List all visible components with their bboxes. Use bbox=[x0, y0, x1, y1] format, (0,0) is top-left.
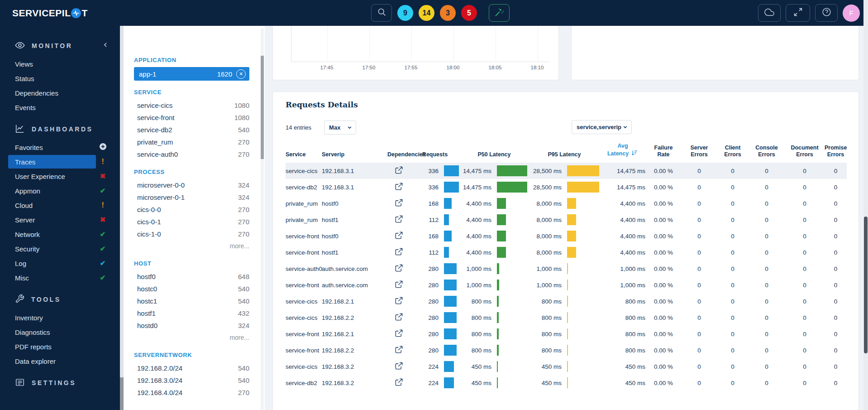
sidebar-header-settings[interactable]: SETTINGS bbox=[0, 375, 120, 391]
external-link-icon[interactable] bbox=[395, 313, 403, 321]
sidebar-item-user-experience[interactable]: User Experience✖ bbox=[0, 169, 120, 183]
table-row[interactable]: service-db2192.168.3.133614,475 ms28,500… bbox=[286, 179, 847, 195]
filter-item[interactable]: microserver-0-1324 bbox=[134, 191, 249, 203]
sidebar-header-monitor[interactable]: MONITOR bbox=[0, 38, 120, 54]
table-row[interactable]: private_rumhostf11124,400 ms8,000 ms4,40… bbox=[286, 212, 847, 228]
filter-item[interactable]: service-front1080 bbox=[134, 111, 249, 124]
filter-item[interactable]: service-auth0270 bbox=[134, 148, 249, 160]
application-filter-chip[interactable]: app-11620✕ bbox=[134, 67, 249, 81]
search-button[interactable] bbox=[371, 4, 392, 22]
column-header-avg-latency[interactable]: AvgLatency bbox=[600, 143, 645, 163]
more-link[interactable]: more... bbox=[134, 240, 249, 252]
external-link-icon[interactable] bbox=[395, 247, 403, 256]
column-header-promise-errors[interactable]: PromiseErrors bbox=[825, 143, 847, 163]
filter-item[interactable]: service-db2540 bbox=[134, 124, 249, 136]
sidebar-item-misc[interactable]: Misc✔ bbox=[0, 270, 120, 285]
alert-badge[interactable]: 9 bbox=[397, 5, 413, 21]
external-link-icon[interactable] bbox=[395, 231, 403, 240]
help-button[interactable] bbox=[815, 4, 838, 22]
filter-item[interactable]: cics-0-0270 bbox=[134, 203, 249, 216]
filter-item[interactable]: 192.168.3.0/24540 bbox=[134, 374, 249, 386]
column-header-document-errors[interactable]: DocumentErrors bbox=[785, 143, 825, 163]
cloud-button[interactable] bbox=[758, 4, 781, 22]
page-scrollbar[interactable] bbox=[863, 0, 868, 410]
filter-header-service[interactable]: SERVICE bbox=[134, 89, 249, 96]
sidebar-header-tools[interactable]: TOOLS bbox=[0, 291, 120, 308]
sidebar-item-inventory[interactable]: Inventory bbox=[0, 310, 120, 325]
filter-item[interactable]: hostc0540 bbox=[134, 283, 249, 295]
column-header-service[interactable]: Service bbox=[286, 143, 322, 163]
page-scrollbar-thumb[interactable] bbox=[864, 217, 868, 353]
sidebar-item-network[interactable]: Network✔ bbox=[0, 227, 120, 241]
column-header-p50-latency[interactable]: P50 Latency bbox=[460, 143, 529, 163]
table-row[interactable]: service-db2192.168.3.2224450 ms450 ms450… bbox=[286, 375, 847, 391]
external-link-icon[interactable] bbox=[395, 182, 403, 191]
table-row[interactable]: service-cics192.168.3.2224450 ms450 ms45… bbox=[286, 358, 847, 375]
column-header-client-errors[interactable]: ClientErrors bbox=[717, 143, 749, 163]
external-link-icon[interactable] bbox=[395, 378, 403, 386]
filter-panel-scrollbar-thumb[interactable] bbox=[261, 56, 264, 159]
sidebar-item-security[interactable]: Security✔ bbox=[0, 241, 120, 256]
sidebar-item-traces[interactable]: Traces! bbox=[0, 154, 120, 169]
filter-header-host[interactable]: HOST bbox=[134, 260, 249, 267]
filter-item[interactable]: 192.168.2.0/24540 bbox=[134, 362, 249, 374]
table-row[interactable]: private_rumhostf01684,400 ms8,000 ms4,40… bbox=[286, 195, 847, 212]
table-row[interactable]: service-front192.168.2.2280800 ms800 ms8… bbox=[286, 342, 847, 358]
more-link[interactable]: more... bbox=[134, 332, 249, 343]
external-link-icon[interactable] bbox=[395, 198, 403, 207]
sidebar-item-server[interactable]: Server✖ bbox=[0, 212, 120, 227]
alert-badge[interactable]: 14 bbox=[419, 5, 434, 21]
filter-header-process[interactable]: PROCESS bbox=[134, 169, 249, 175]
external-link-icon[interactable] bbox=[395, 362, 403, 370]
aggregation-select[interactable]: Max bbox=[324, 121, 356, 135]
table-row[interactable]: service-cics192.168.2.2280800 ms800 ms80… bbox=[286, 309, 847, 326]
filter-item[interactable]: hostd0324 bbox=[134, 319, 249, 332]
alert-badge[interactable]: 3 bbox=[440, 5, 456, 21]
table-row[interactable]: service-frontauth.service.com2801,000 ms… bbox=[286, 277, 847, 293]
column-header-dependencies[interactable]: Dependencies bbox=[387, 143, 410, 163]
table-row[interactable]: service-auth0auth.service.com2801,000 ms… bbox=[286, 260, 847, 277]
sidebar-item-favorites[interactable]: Favorites bbox=[0, 140, 120, 154]
filter-item[interactable]: hostf0648 bbox=[134, 270, 249, 283]
filter-item[interactable]: microserver-0-0324 bbox=[134, 179, 249, 191]
sidebar-item-diagnostics[interactable]: Diagnostics bbox=[0, 325, 120, 339]
column-header-server-errors[interactable]: ServerErrors bbox=[682, 143, 717, 163]
table-row[interactable]: service-cics192.168.3.133614,475 ms28,50… bbox=[286, 163, 847, 179]
filter-header-servernetwork[interactable]: SERVERNETWORK bbox=[134, 352, 249, 358]
sidebar-item-views[interactable]: Views bbox=[0, 57, 120, 71]
sidebar-item-status[interactable]: Status bbox=[0, 71, 120, 86]
table-row[interactable]: service-fronthostf01684,400 ms8,000 ms4,… bbox=[286, 228, 847, 244]
external-link-icon[interactable] bbox=[395, 280, 403, 289]
user-avatar[interactable]: F bbox=[843, 5, 860, 22]
magic-wand-button[interactable] bbox=[489, 4, 510, 22]
external-link-icon[interactable] bbox=[395, 329, 403, 338]
filter-item[interactable]: private_rum270 bbox=[134, 136, 249, 148]
filter-panel-scrollbar[interactable] bbox=[261, 29, 264, 410]
groupby-select[interactable]: service,serverip bbox=[572, 120, 632, 134]
external-link-icon[interactable] bbox=[395, 345, 403, 354]
chip-close-icon[interactable]: ✕ bbox=[236, 69, 246, 79]
external-link-icon[interactable] bbox=[395, 296, 403, 305]
filter-item[interactable]: cics-1-0270 bbox=[134, 228, 249, 240]
filter-item[interactable]: hostf1432 bbox=[134, 307, 249, 319]
sidebar-header-dashboards[interactable]: DASHBOARDS bbox=[0, 121, 120, 137]
sidebar-item-cloud[interactable]: Cloud! bbox=[0, 198, 120, 212]
table-row[interactable]: service-cics192.168.2.1280800 ms800 ms80… bbox=[286, 293, 847, 309]
sidebar-scrollbar-thumb[interactable] bbox=[120, 377, 124, 410]
sidebar-item-log[interactable]: Log✔ bbox=[0, 256, 120, 270]
external-link-icon[interactable] bbox=[395, 215, 403, 223]
sidebar-item-appmon[interactable]: Appmon✔ bbox=[0, 183, 120, 198]
filter-item[interactable]: 192.168.4.0/24270 bbox=[134, 386, 249, 399]
sidebar-item-data-explorer[interactable]: Data explorer bbox=[0, 354, 120, 368]
sidebar-scrollbar[interactable] bbox=[120, 26, 124, 410]
external-link-icon[interactable] bbox=[395, 166, 403, 174]
column-header-failure-rate[interactable]: FailureRate bbox=[645, 143, 682, 163]
sidebar-item-dependencies[interactable]: Dependencies bbox=[0, 86, 120, 100]
filter-header-application[interactable]: APPLICATION bbox=[134, 57, 249, 63]
alert-badge[interactable]: 5 bbox=[461, 5, 477, 21]
collapse-chevron-icon[interactable] bbox=[102, 41, 109, 50]
table-row[interactable]: service-fronthostf11124,400 ms8,000 ms4,… bbox=[286, 244, 847, 260]
add-favorite-icon[interactable] bbox=[98, 142, 108, 152]
filter-item[interactable]: cics-0-1270 bbox=[134, 216, 249, 228]
filter-item[interactable]: hostc1540 bbox=[134, 295, 249, 307]
